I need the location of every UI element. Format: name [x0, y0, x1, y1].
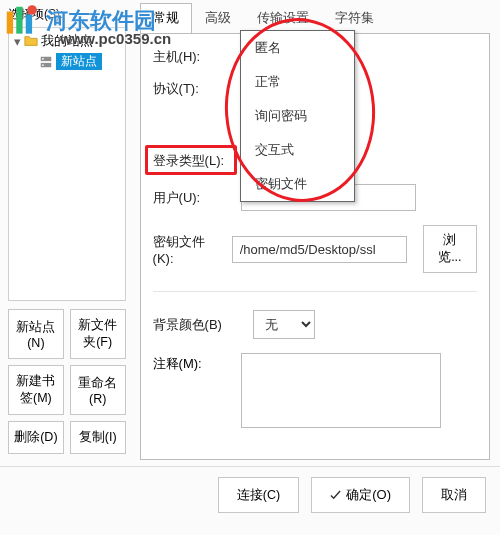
new-bookmark-button[interactable]: 新建书签(M)	[8, 365, 64, 415]
site-action-buttons: 新站点(N) 新文件夹(F) 新建书签(M) 重命名(R) 删除(D) 复制(I…	[8, 309, 126, 460]
login-type-option-interactive[interactable]: 交互式	[241, 133, 354, 167]
notes-textarea[interactable]	[241, 353, 441, 428]
duplicate-button[interactable]: 复制(I)	[70, 421, 126, 454]
login-type-option-normal[interactable]: 正常	[241, 65, 354, 99]
delete-button[interactable]: 删除(D)	[8, 421, 64, 454]
user-label: 用户(U):	[153, 189, 231, 207]
keyfile-input[interactable]	[232, 236, 407, 263]
site-tree[interactable]: ▾ 我的站点 新站点	[8, 27, 126, 301]
tab-advanced[interactable]: 高级	[192, 3, 244, 34]
left-panel: 选择项(S): ▾ 我的站点 新站点 新站点(N) 新文件夹(F) 新建书签(M…	[0, 0, 134, 460]
rename-button[interactable]: 重命名(R)	[70, 365, 126, 415]
protocol-label: 协议(T):	[153, 80, 231, 98]
ok-label: 确定(O)	[346, 486, 391, 504]
keyfile-label: 密钥文件(K):	[153, 233, 222, 266]
dialog-footer: 连接(C) 确定(O) 取消	[0, 466, 500, 523]
svg-point-4	[42, 64, 44, 66]
cancel-button[interactable]: 取消	[422, 477, 486, 513]
login-type-dropdown[interactable]: 匿名 正常 询问密码 交互式 密钥文件	[240, 30, 355, 202]
tree-collapse-icon[interactable]: ▾	[13, 34, 21, 49]
keyfile-row: 密钥文件(K): 浏览...	[153, 225, 477, 273]
tree-child-row[interactable]: 新站点	[13, 53, 121, 70]
select-entry-label: 选择项(S):	[8, 6, 126, 23]
server-icon	[39, 55, 53, 69]
login-type-option-askpassword[interactable]: 询问密码	[241, 99, 354, 133]
host-label: 主机(H):	[153, 48, 231, 66]
new-folder-button[interactable]: 新文件夹(F)	[70, 309, 126, 359]
browse-button[interactable]: 浏览...	[423, 225, 477, 273]
folder-icon	[24, 34, 38, 48]
login-type-label: 登录类型(L):	[153, 152, 231, 170]
tree-child-label: 新站点	[56, 53, 102, 70]
new-site-button[interactable]: 新站点(N)	[8, 309, 64, 359]
svg-point-3	[42, 58, 44, 60]
connect-button[interactable]: 连接(C)	[218, 477, 299, 513]
watermark-url: www.pc0359.cn	[60, 30, 171, 47]
bgcolor-select[interactable]: 无	[253, 310, 315, 339]
notes-label: 注释(M):	[153, 355, 231, 373]
bgcolor-label: 背景颜色(B)	[153, 316, 243, 334]
bgcolor-row: 背景颜色(B) 无	[153, 310, 477, 339]
notes-row: 注释(M):	[153, 353, 477, 428]
login-type-option-keyfile[interactable]: 密钥文件	[241, 167, 354, 201]
login-type-option-anonymous[interactable]: 匿名	[241, 31, 354, 65]
check-icon	[330, 490, 341, 501]
separator	[153, 291, 477, 292]
ok-button[interactable]: 确定(O)	[311, 477, 410, 513]
